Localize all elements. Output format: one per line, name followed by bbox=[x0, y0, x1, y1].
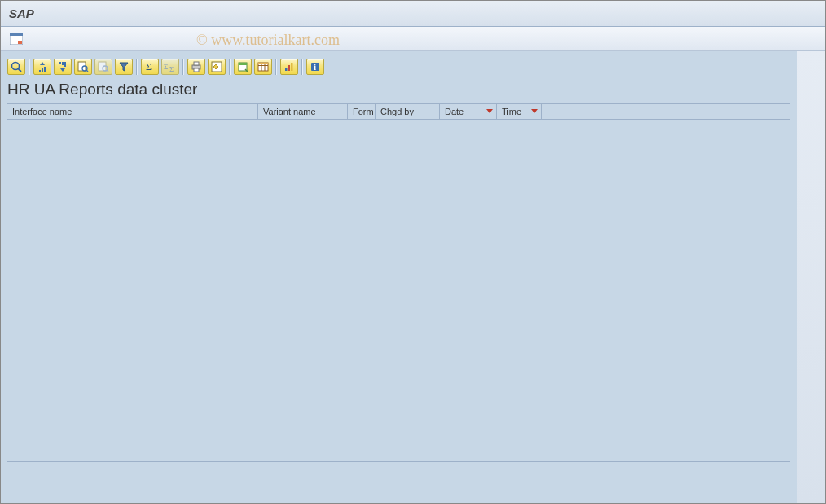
svg-text:i: i bbox=[314, 63, 316, 72]
sort-descending-button[interactable] bbox=[54, 59, 72, 75]
svg-line-4 bbox=[18, 68, 21, 72]
alv-toolbar: Σ ΣΣ i bbox=[7, 58, 790, 76]
svg-rect-1 bbox=[10, 33, 23, 36]
toolbar-separator bbox=[136, 59, 138, 75]
toolbar-separator bbox=[275, 59, 277, 75]
window-title: SAP bbox=[9, 7, 34, 20]
print-button[interactable] bbox=[187, 59, 205, 75]
application-toolbar bbox=[1, 27, 825, 51]
toolbar-separator bbox=[29, 59, 30, 75]
sort-ascending-button[interactable] bbox=[33, 59, 51, 75]
content-wrapper: Σ ΣΣ i bbox=[1, 51, 825, 503]
column-header[interactable]: Time bbox=[497, 104, 542, 119]
layout-icon[interactable] bbox=[7, 30, 25, 48]
svg-text:Σ: Σ bbox=[169, 65, 174, 72]
info-button[interactable]: i bbox=[306, 59, 324, 75]
set-filter-button[interactable] bbox=[115, 59, 133, 75]
svg-rect-7 bbox=[44, 67, 46, 72]
toolbar-separator bbox=[182, 59, 184, 75]
column-header[interactable]: Chgd by bbox=[376, 104, 440, 119]
svg-rect-6 bbox=[42, 68, 43, 72]
grid-body bbox=[7, 120, 790, 462]
svg-line-16 bbox=[107, 70, 108, 72]
details-button[interactable] bbox=[7, 59, 25, 75]
graphic-button[interactable] bbox=[280, 59, 298, 75]
svg-text:Σ: Σ bbox=[164, 63, 168, 71]
svg-rect-22 bbox=[194, 68, 199, 72]
svg-rect-5 bbox=[39, 70, 41, 72]
column-header[interactable]: Form bbox=[348, 104, 376, 119]
svg-rect-2 bbox=[18, 41, 22, 44]
column-header[interactable]: Interface name bbox=[7, 104, 258, 119]
toolbar-separator bbox=[301, 59, 303, 75]
svg-rect-34 bbox=[291, 63, 293, 71]
grid-column-headers: Interface nameVariant nameFormChgd byDat… bbox=[7, 103, 790, 120]
svg-line-13 bbox=[86, 70, 88, 72]
column-header[interactable]: Date bbox=[440, 104, 497, 119]
svg-text:Σ: Σ bbox=[146, 61, 152, 72]
subtotal-button[interactable]: ΣΣ bbox=[161, 59, 179, 75]
svg-rect-33 bbox=[288, 65, 291, 71]
svg-rect-21 bbox=[194, 62, 199, 65]
view-switch-button[interactable] bbox=[208, 59, 226, 75]
find-button[interactable] bbox=[74, 59, 92, 75]
column-header[interactable]: Variant name bbox=[258, 104, 348, 119]
find-next-button[interactable] bbox=[94, 59, 112, 75]
window-titlebar: SAP bbox=[1, 1, 825, 27]
toolbar-separator bbox=[229, 59, 231, 75]
svg-rect-31 bbox=[258, 63, 268, 64]
select-layout-button[interactable] bbox=[254, 59, 272, 75]
svg-rect-32 bbox=[285, 68, 288, 71]
svg-rect-10 bbox=[64, 62, 66, 67]
report-title: HR UA Reports data cluster bbox=[7, 81, 790, 99]
svg-rect-9 bbox=[62, 62, 64, 65]
svg-rect-25 bbox=[239, 63, 247, 65]
total-button[interactable]: Σ bbox=[141, 59, 159, 75]
main-area: Σ ΣΣ i bbox=[1, 51, 797, 503]
right-sidebar-strip bbox=[797, 51, 825, 503]
svg-rect-8 bbox=[59, 62, 61, 64]
export-button[interactable] bbox=[234, 59, 252, 75]
